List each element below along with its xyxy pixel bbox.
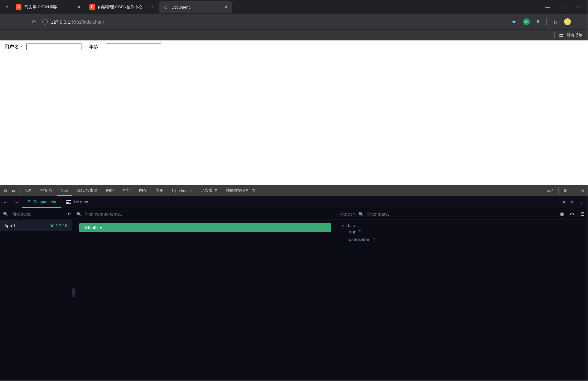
browser-tab-strip: ▾ C 写文章-CSDN博客 ✕ C 内容管理-CSDN创作中心 ✕ ◌ Doc…: [0, 0, 588, 14]
panel-expand-handle[interactable]: ◂: [72, 288, 75, 297]
devtools-tab-vue[interactable]: Vue: [57, 185, 72, 196]
components-search-input[interactable]: [85, 211, 331, 217]
forward-button[interactable]: →: [17, 19, 25, 25]
browser-tab-active[interactable]: ◌ Document ✕: [159, 1, 232, 13]
tab-title: 内容管理-CSDN创作中心: [98, 4, 148, 10]
vue-devtools-bar: ← → ⚘ Components Timeline ⌖ ⟳ ⋮: [0, 196, 588, 208]
csdn-favicon-icon: C: [16, 4, 21, 10]
devtools-tab-bar: ⯐ ▭ 元素 控制台 Vue 源代码/来源 网络 性能 内存 应用 Lighth…: [0, 185, 588, 196]
vue-state-inspector: <Root> 🔍 ▣ <> ☰ ▼data age: "" username: …: [336, 208, 588, 380]
tab-title: Document: [172, 5, 221, 9]
issues-count: 2: [551, 188, 553, 193]
devtools-tab-elements[interactable]: 元素: [20, 185, 36, 196]
state-prop-row[interactable]: age: "": [341, 228, 582, 236]
vue-app-item[interactable]: App 1 V 2.7.16: [0, 220, 72, 231]
state-prop-name: age: [349, 229, 356, 234]
minimize-icon[interactable]: —: [545, 5, 550, 9]
vue-tab-label: Components: [33, 199, 56, 204]
devtools-tab-console[interactable]: 控制台: [36, 185, 57, 196]
state-prop-row[interactable]: username: "": [341, 236, 582, 243]
modified-indicator-icon: [100, 227, 102, 228]
target-component-icon[interactable]: ⌖: [563, 199, 565, 205]
devtools-tab-memory[interactable]: 内存: [135, 185, 151, 196]
apps-search-bar: 🔍 ⟳: [0, 208, 72, 220]
maximize-icon[interactable]: ▢: [561, 5, 565, 9]
caret-down-icon: ▼: [341, 224, 345, 228]
search-icon: 🔍: [358, 212, 364, 217]
state-section-data[interactable]: ▼data: [341, 223, 582, 228]
device-toolbar-icon[interactable]: ▭: [12, 188, 16, 193]
devtools-tab-application[interactable]: 应用: [151, 185, 168, 196]
username-input[interactable]: [26, 43, 81, 50]
side-panel-icon[interactable]: ◧: [553, 20, 557, 24]
devtools-tab-performance[interactable]: 性能: [118, 185, 135, 196]
page-content: 用户名： 年龄：: [0, 40, 588, 185]
age-input[interactable]: [106, 43, 161, 50]
url-path: :5501/index.html: [70, 19, 104, 25]
devtools-tab-sources[interactable]: 源代码/来源: [72, 185, 102, 196]
vue-panels: 🔍 ⟳ App 1 V 2.7.16 🔍 <Root> ◂ <Root> 🔍: [0, 208, 588, 380]
components-tree-icon: ⚘: [27, 199, 31, 205]
timeline-icon: [66, 200, 71, 204]
devtools-tab-perf-insights[interactable]: 性能数据分析⚗: [222, 185, 259, 196]
all-bookmarks-button[interactable]: 所有书签: [567, 32, 582, 38]
vue-logo-icon: V: [51, 223, 54, 228]
search-icon: 🔍: [76, 212, 81, 217]
inspect-element-icon[interactable]: ⯐: [4, 188, 8, 193]
new-tab-button[interactable]: ＋: [232, 4, 246, 10]
vue-forward-button[interactable]: →: [11, 199, 22, 205]
close-icon[interactable]: ✕: [151, 5, 154, 9]
close-icon[interactable]: ✕: [77, 5, 81, 9]
bookmark-star-icon[interactable]: ★: [511, 18, 516, 25]
state-section-label: data: [346, 223, 355, 228]
component-name: <Root>: [84, 225, 98, 230]
browser-tab[interactable]: C 内容管理-CSDN创作中心 ✕: [85, 1, 159, 13]
reload-button[interactable]: ⟳: [29, 19, 38, 25]
state-filter-input[interactable]: [367, 211, 557, 217]
open-in-editor-icon[interactable]: <>: [569, 211, 575, 217]
screenshot-icon[interactable]: ▣: [560, 211, 564, 217]
vue-refresh-icon[interactable]: ⟳: [571, 200, 574, 204]
url-host: 127.0.0.1: [51, 19, 70, 25]
profile-avatar[interactable]: [564, 18, 571, 25]
close-window-icon[interactable]: ✕: [576, 5, 579, 9]
close-icon[interactable]: ✕: [224, 5, 228, 9]
extensions-icon[interactable]: ⠿: [537, 20, 540, 24]
url-text: 127.0.0.1:5501/index.html: [51, 19, 104, 25]
vue-apps-column: 🔍 ⟳ App 1 V 2.7.16: [0, 208, 72, 380]
back-button[interactable]: ←: [4, 19, 12, 25]
vue-menu-icon[interactable]: ⋮: [580, 200, 584, 204]
devtools-close-icon[interactable]: ✕: [581, 188, 584, 193]
age-label: 年龄：: [89, 44, 104, 50]
browser-tab[interactable]: C 写文章-CSDN博客 ✕: [12, 1, 85, 13]
devtools-settings-icon[interactable]: ⚙: [564, 188, 567, 193]
vue-back-button[interactable]: ←: [0, 199, 11, 205]
vue-tab-components[interactable]: ⚘ Components: [22, 196, 61, 208]
devtools-issues-button[interactable]: ▭ 2: [546, 188, 553, 193]
bookmark-bar: 🗀 所有书签: [0, 29, 588, 40]
address-bar: ← → ⟳ i 127.0.0.1:5501/index.html ★ ⟳ ⠿ …: [0, 14, 588, 29]
devtools-tab-recorder[interactable]: 记录器⚗: [196, 185, 222, 196]
components-search-bar: 🔍: [72, 208, 336, 220]
window-controls: — ▢ ✕: [545, 5, 586, 9]
devtools-tab-network[interactable]: 网络: [102, 185, 118, 196]
vue-tab-timeline[interactable]: Timeline: [61, 196, 93, 208]
state-header: <Root> 🔍 ▣ <> ☰: [336, 208, 588, 220]
url-field[interactable]: i 127.0.0.1:5501/index.html: [42, 19, 507, 25]
tab-title: 写文章-CSDN博客: [24, 4, 74, 10]
devtools-menu-icon[interactable]: ⋮: [572, 188, 576, 193]
selected-component-label: <Root>: [340, 212, 355, 217]
site-info-icon[interactable]: i: [42, 19, 48, 25]
tabs-dropdown-icon[interactable]: ▾: [2, 5, 12, 9]
username-label: 用户名：: [4, 44, 24, 50]
devtools-tab-lighthouse[interactable]: Lighthouse: [168, 185, 196, 196]
apps-refresh-icon[interactable]: ⟳: [68, 212, 71, 216]
vue-version-text: 2.7.16: [55, 223, 67, 228]
apps-search-input[interactable]: [11, 212, 65, 217]
extension-livereload-icon[interactable]: ⟳: [523, 18, 530, 25]
chrome-menu-icon[interactable]: ⋮: [578, 20, 582, 24]
state-menu-icon[interactable]: ☰: [580, 211, 584, 217]
globe-favicon-icon: ◌: [163, 4, 168, 10]
beaker-icon: ⚗: [214, 188, 217, 193]
component-tree-node-root[interactable]: <Root>: [79, 223, 331, 232]
